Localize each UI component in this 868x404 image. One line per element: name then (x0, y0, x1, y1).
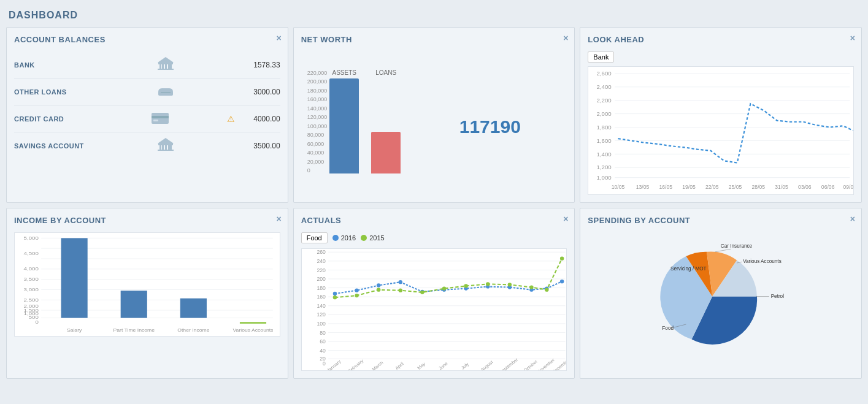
svg-text:100: 100 (317, 321, 326, 327)
svg-text:May: May (416, 361, 426, 370)
svg-text:10/05: 10/05 (612, 184, 625, 190)
svg-text:1,000: 1,000 (597, 174, 612, 181)
svg-rect-5 (170, 64, 172, 69)
svg-text:09/06: 09/06 (843, 184, 853, 190)
svg-text:June: June (437, 360, 448, 370)
account-row-loans: OTHER LOANS 3000.00 (14, 78, 280, 105)
svg-text:180: 180 (317, 285, 326, 291)
svg-rect-1 (159, 64, 161, 69)
account-balances-panel: ACCOUNT BALANCES × BANK 1578.33 OTHER LO… (6, 27, 288, 203)
svg-text:06/06: 06/06 (821, 184, 835, 190)
svg-text:Part Time Income: Part Time Income (113, 328, 154, 333)
svg-rect-0 (158, 63, 173, 64)
spending-by-account-panel: SPENDING BY ACCOUNT × (580, 208, 862, 379)
look-ahead-title: LOOK AHEAD (588, 35, 854, 44)
svg-text:July: July (460, 361, 470, 370)
svg-point-117 (355, 294, 358, 297)
dashboard-grid: ACCOUNT BALANCES × BANK 1578.33 OTHER LO… (6, 27, 862, 379)
svg-text:3,000: 3,000 (24, 287, 39, 292)
svg-text:28/05: 28/05 (752, 184, 766, 190)
svg-text:4,000: 4,000 (24, 266, 39, 272)
svg-point-120 (420, 291, 424, 294)
net-worth-value: 117190 (459, 116, 521, 137)
net-worth-close[interactable]: × (563, 34, 568, 42)
svg-text:25/05: 25/05 (729, 184, 742, 190)
svg-rect-17 (170, 145, 172, 150)
look-ahead-filter-btn[interactable]: Bank (588, 51, 614, 63)
svg-rect-6 (158, 69, 174, 70)
svg-text:2,400: 2,400 (597, 83, 612, 90)
credit-card-icon (94, 110, 227, 127)
svg-text:Various Accounts: Various Accounts (233, 328, 274, 333)
actuals-legend-2016: 2016 (332, 234, 356, 242)
svg-text:2,200: 2,200 (597, 97, 612, 104)
svg-rect-70 (121, 291, 147, 318)
svg-point-126 (545, 288, 548, 292)
svg-text:Car Insurance: Car Insurance (721, 243, 753, 249)
svg-text:2,000: 2,000 (597, 110, 612, 117)
spending-close[interactable]: × (850, 215, 855, 223)
svg-text:February: February (347, 358, 364, 370)
svg-rect-69 (61, 238, 88, 318)
svg-text:Servicing / MOT: Servicing / MOT (670, 266, 707, 272)
look-ahead-close[interactable]: × (850, 34, 855, 42)
spending-title: SPENDING BY ACCOUNT (588, 216, 854, 225)
svg-text:Various Accounts: Various Accounts (743, 259, 782, 264)
bank-icon (94, 56, 237, 73)
svg-text:19/05: 19/05 (683, 184, 696, 190)
svg-rect-15 (165, 145, 167, 150)
svg-point-123 (486, 282, 490, 286)
svg-rect-71 (180, 299, 207, 318)
svg-point-124 (507, 283, 511, 286)
account-row-credit: CREDIT CARD ⚠ 4000.00 (14, 105, 280, 132)
assets-bar (329, 78, 359, 173)
svg-rect-18 (158, 150, 174, 151)
assets-legend-label: ASSETS (332, 69, 356, 76)
svg-text:5,000: 5,000 (24, 235, 39, 241)
svg-text:40: 40 (320, 348, 326, 354)
svg-point-121 (442, 286, 445, 290)
svg-text:3,500: 3,500 (24, 276, 39, 282)
net-worth-title: NET WORTH (301, 35, 567, 44)
svg-point-115 (560, 280, 564, 283)
svg-text:60: 60 (320, 338, 326, 345)
account-row-bank: BANK 1578.33 (14, 51, 280, 78)
svg-text:31/05: 31/05 (775, 184, 789, 190)
svg-rect-4 (168, 64, 170, 69)
account-amount-loans: 3000.00 (237, 88, 280, 96)
svg-point-116 (332, 295, 336, 299)
svg-text:October: October (522, 359, 539, 370)
svg-marker-7 (158, 57, 174, 63)
hand-icon (94, 83, 237, 100)
svg-point-105 (355, 289, 358, 292)
loans-bar (371, 132, 401, 173)
svg-text:1,200: 1,200 (597, 164, 612, 170)
svg-text:Food: Food (663, 326, 674, 331)
svg-text:16/05: 16/05 (659, 184, 673, 190)
svg-rect-72 (240, 322, 266, 324)
svg-text:January: January (326, 359, 342, 370)
svg-point-122 (464, 284, 467, 288)
account-name-credit: CREDIT CARD (14, 115, 94, 123)
actuals-filter-bar: Food 2016 2015 (301, 232, 567, 243)
spending-pie-chart: Petrol Food Servicing / MOT Car Insuranc… (588, 232, 854, 355)
svg-rect-2 (162, 64, 164, 69)
actuals-close[interactable]: × (563, 215, 568, 223)
svg-point-119 (398, 289, 402, 292)
account-amount-bank: 1578.33 (237, 61, 280, 69)
svg-point-118 (377, 288, 380, 292)
income-close[interactable]: × (276, 215, 281, 223)
account-balances-close[interactable]: × (276, 34, 281, 42)
actuals-filter-btn[interactable]: Food (301, 232, 328, 243)
svg-point-104 (332, 292, 336, 295)
look-ahead-chart: 2,600 2,400 2,200 2,000 1,800 1,600 1,40… (588, 66, 854, 195)
svg-rect-11 (153, 120, 158, 121)
svg-text:Other Income: Other Income (177, 328, 209, 333)
actuals-title: ACTUALS (301, 216, 567, 225)
account-row-savings: SAVINGS ACCOUNT 3500.00 (14, 132, 280, 159)
svg-text:March: March (371, 360, 384, 370)
svg-rect-12 (158, 143, 173, 145)
dot-2015 (361, 235, 367, 241)
svg-text:August: August (479, 359, 494, 370)
dashboard-title: DASHBOARD (6, 6, 862, 27)
